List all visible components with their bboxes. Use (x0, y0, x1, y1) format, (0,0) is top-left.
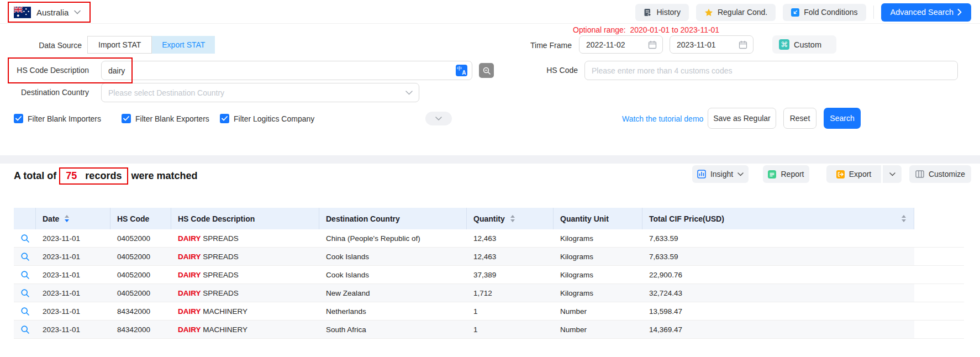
cell-hs-description: DAIRY SPREADS (171, 266, 319, 284)
cell-empty (914, 302, 964, 320)
translate-icon[interactable]: 中 A (456, 65, 467, 76)
table-header-quantity: Quantity (467, 208, 554, 229)
hs-description-input[interactable] (101, 61, 472, 80)
cell-date: 2023-11-01 (36, 229, 110, 247)
save-as-regular-button[interactable]: Save as Regular (708, 108, 776, 129)
filter-logistics-company-checkbox[interactable]: Filter Logitics Company (220, 114, 314, 123)
cell-quantity: 1 (467, 321, 554, 338)
cell-price: 32,724.43 (642, 284, 914, 302)
cell-quantity-unit: Number (554, 302, 642, 320)
fold-conditions-button[interactable]: Fold Conditions (783, 4, 866, 21)
filter-blank-exporters-checkbox[interactable]: Filter Blank Exporters (122, 114, 209, 123)
regular-cond-button[interactable]: Regular Cond. (696, 4, 776, 21)
summary-prefix: A total of (14, 170, 56, 182)
customize-columns-icon (915, 170, 924, 178)
export-button[interactable]: Export (826, 165, 881, 183)
cell-date: 2023-11-01 (36, 284, 110, 302)
filter-blank-importers-checkbox[interactable]: Filter Blank Importers (14, 114, 101, 123)
reset-button[interactable]: Reset (783, 108, 816, 129)
import-stat-tab[interactable]: Import STAT (87, 36, 152, 54)
destination-country-input[interactable] (101, 83, 419, 102)
report-button[interactable]: Report (763, 165, 809, 183)
magnifier-icon (20, 270, 30, 280)
cell-quantity-unit: Kilograms (554, 229, 642, 247)
import-stat-label: Import STAT (98, 40, 141, 49)
table-header-empty (914, 208, 964, 229)
cell-destination: New Zealand (319, 284, 467, 302)
row-detail-button[interactable] (14, 248, 36, 265)
destination-country-select[interactable] (101, 83, 419, 102)
custom-range-button[interactable]: ⌘ Custom (772, 35, 836, 54)
customize-button[interactable]: Customize (909, 165, 971, 183)
date-to-input[interactable]: 2023-11-01 (670, 35, 754, 54)
row-detail-button[interactable] (14, 284, 36, 302)
row-detail-button[interactable] (14, 302, 36, 320)
calendar-icon (648, 40, 657, 49)
cell-quantity-unit: Kilograms (554, 284, 642, 302)
sort-desc-icon[interactable] (902, 219, 906, 222)
record-count: 75 (66, 170, 77, 182)
row-detail-button[interactable] (14, 229, 36, 247)
custom-label: Custom (794, 40, 821, 49)
cell-empty (914, 229, 964, 247)
description-rest: MACHINERY (203, 307, 247, 316)
cell-hs-description: DAIRY SPREADS (171, 284, 319, 302)
export-options-button[interactable] (882, 165, 902, 183)
customize-label: Customize (929, 170, 965, 179)
search-settings-button[interactable] (479, 63, 494, 78)
table-row: 2023-11-01 84342000 DAIRY MACHINERY Neth… (14, 302, 964, 321)
description-rest: SPREADS (203, 234, 239, 243)
sort-asc-icon[interactable] (902, 215, 906, 218)
insight-button[interactable]: Insight (692, 165, 749, 183)
tutorial-demo-link[interactable]: Watch the tutorial demo (622, 114, 703, 123)
search-button[interactable]: Search (824, 108, 861, 129)
magnifier-icon (20, 307, 30, 316)
table-header-detail (14, 208, 36, 229)
calendar-icon (739, 40, 747, 49)
custom-icon: ⌘ (779, 39, 789, 50)
chevron-down-icon (435, 117, 442, 121)
cell-hs-description: DAIRY MACHINERY (171, 321, 319, 338)
cell-quantity: 1,712 (467, 284, 554, 302)
export-stat-tab[interactable]: Export STAT (152, 36, 215, 54)
collapse-conditions-button[interactable] (425, 112, 452, 125)
magnifier-icon (20, 288, 30, 298)
export-stat-label: Export STAT (162, 40, 205, 49)
cell-empty (914, 284, 964, 302)
time-frame-label: Time Frame (494, 41, 572, 50)
chevron-down-icon (889, 172, 895, 176)
row-detail-button[interactable] (14, 266, 36, 284)
cell-destination: Cook Islands (319, 266, 467, 284)
hs-code-input[interactable] (584, 61, 958, 80)
table-row: 2023-11-01 04052000 DAIRY SPREADS China … (14, 229, 964, 248)
country-selector[interactable]: Australia (8, 2, 91, 23)
advanced-search-button[interactable]: Advanced Search (881, 3, 971, 22)
checkbox-label: Filter Logitics Company (234, 114, 314, 123)
hs-code-description-label: HS Code Description (11, 66, 89, 75)
quantity-sorter[interactable] (510, 215, 515, 222)
sort-desc-icon[interactable] (510, 219, 515, 222)
cell-price: 13,598.47 (642, 302, 914, 320)
chevron-right-icon (957, 9, 962, 15)
price-sorter[interactable] (902, 215, 906, 222)
column-title: Quantity Unit (560, 214, 609, 223)
history-button[interactable]: History (635, 4, 689, 21)
date-sorter[interactable] (65, 215, 69, 222)
highlighted-term: DAIRY (178, 253, 201, 261)
date-from-input[interactable]: 2022-11-02 (579, 35, 663, 54)
hs-code-label: HS Code (523, 66, 578, 75)
cell-empty (914, 248, 964, 265)
highlighted-term: DAIRY (178, 326, 201, 334)
sort-asc-icon[interactable] (65, 215, 69, 218)
export-label: Export (849, 170, 871, 179)
row-detail-button[interactable] (14, 321, 36, 338)
cell-hs-code: 04052000 (110, 266, 171, 284)
magnifier-icon (20, 325, 30, 334)
table-row: 2023-11-01 04052000 DAIRY SPREADS New Ze… (14, 284, 964, 302)
sort-desc-icon[interactable] (65, 219, 69, 222)
cell-date: 2023-11-01 (36, 248, 110, 265)
sort-asc-icon[interactable] (510, 215, 515, 218)
table-header-row: Date HS Code HS Code Description Destina… (14, 208, 964, 229)
fold-icon (791, 8, 799, 17)
cell-destination: South Africa (319, 321, 467, 338)
